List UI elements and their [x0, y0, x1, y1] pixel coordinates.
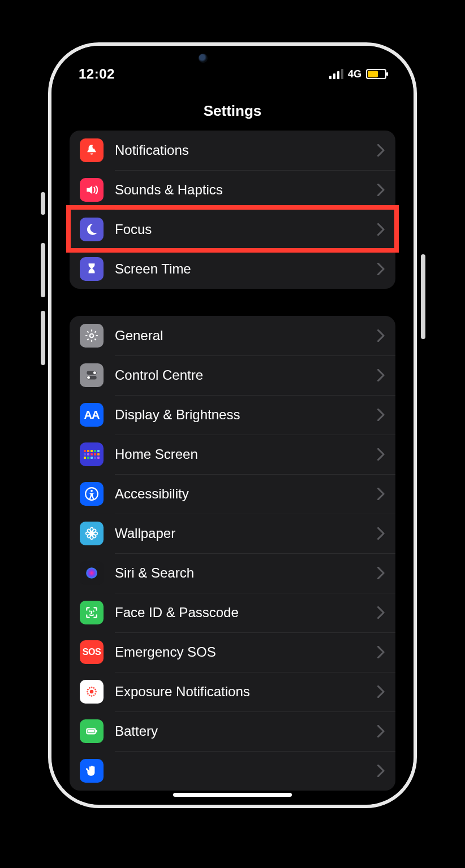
- hourglass-icon: [80, 257, 104, 281]
- accessibility-icon: [80, 482, 104, 506]
- gear-icon: [80, 324, 104, 348]
- settings-row-label: Accessibility: [115, 486, 366, 502]
- settings-group: NotificationsSounds & HapticsFocusScreen…: [70, 131, 395, 289]
- battery-icon: [366, 69, 386, 79]
- bell-icon: [80, 138, 104, 162]
- chevron-right-icon: [377, 263, 385, 275]
- settings-row-general[interactable]: General: [70, 316, 395, 355]
- settings-row-label: Siri & Search: [115, 565, 366, 581]
- front-camera: [199, 54, 208, 63]
- battery-icon: [80, 719, 104, 743]
- settings-row-label: General: [115, 328, 366, 344]
- svg-point-5: [87, 376, 90, 379]
- settings-row-screentime[interactable]: Screen Time: [70, 249, 395, 289]
- svg-point-14: [92, 528, 97, 533]
- sos-icon: SOS: [80, 640, 104, 664]
- notch: [159, 46, 306, 73]
- chevron-right-icon: [377, 606, 385, 619]
- settings-row-homescreen[interactable]: Home Screen: [70, 435, 395, 474]
- settings-row-focus[interactable]: Focus: [70, 210, 395, 249]
- chevron-right-icon: [377, 765, 385, 777]
- speaker-icon: [80, 178, 104, 202]
- volume-up-button: [41, 243, 45, 297]
- phone-frame: 12:02 4G Settings NotificationsSounds & …: [48, 42, 417, 808]
- svg-point-32: [94, 689, 96, 691]
- cellular-signal-icon: [329, 69, 343, 79]
- settings-row-label: Display & Brightness: [115, 407, 366, 423]
- page-title: Settings: [51, 102, 414, 120]
- svg-point-15: [87, 533, 92, 539]
- chevron-right-icon: [377, 527, 385, 540]
- settings-row-exposure[interactable]: Exposure Notifications: [70, 672, 395, 711]
- chevron-right-icon: [377, 329, 385, 342]
- chevron-right-icon: [377, 144, 385, 157]
- chevron-right-icon: [377, 567, 385, 579]
- settings-row-controlcentre[interactable]: Control Centre: [70, 355, 395, 395]
- svg-point-20: [90, 690, 94, 694]
- chevron-right-icon: [377, 448, 385, 461]
- svg-point-27: [87, 691, 88, 693]
- power-button: [421, 254, 425, 339]
- chevron-right-icon: [377, 409, 385, 421]
- svg-point-21: [95, 691, 97, 693]
- settings-row-label: Emergency SOS: [115, 644, 366, 660]
- settings-row-sounds[interactable]: Sounds & Haptics: [70, 170, 395, 210]
- settings-row-accessibility[interactable]: Accessibility: [70, 474, 395, 514]
- settings-row-display[interactable]: AADisplay & Brightness: [70, 395, 395, 435]
- settings-row-label: Screen Time: [115, 261, 366, 277]
- chevron-right-icon: [377, 488, 385, 500]
- svg-point-25: [89, 695, 91, 696]
- svg-point-24: [91, 695, 93, 697]
- flower-icon: [80, 522, 104, 545]
- exposure-icon: [80, 680, 104, 704]
- svg-point-26: [87, 693, 89, 695]
- settings-row-sos[interactable]: SOSEmergency SOS: [70, 632, 395, 672]
- svg-point-30: [91, 687, 93, 688]
- chevron-right-icon: [377, 725, 385, 737]
- settings-row-label: Battery: [115, 723, 366, 739]
- apps-grid-icon: [80, 442, 104, 466]
- svg-rect-34: [96, 730, 97, 732]
- settings-row-notifications[interactable]: Notifications: [70, 131, 395, 170]
- chevron-right-icon: [377, 223, 385, 236]
- volume-down-button: [41, 311, 45, 365]
- settings-row-siri[interactable]: Siri & Search: [70, 553, 395, 593]
- status-time: 12:02: [79, 66, 115, 82]
- chevron-right-icon: [377, 184, 385, 196]
- settings-row-label: Wallpaper: [115, 526, 366, 541]
- svg-point-18: [89, 611, 90, 611]
- svg-point-28: [87, 689, 89, 691]
- svg-point-16: [92, 533, 97, 539]
- hand-icon: [80, 759, 104, 783]
- settings-row-label: Sounds & Haptics: [115, 182, 366, 198]
- svg-point-13: [87, 528, 92, 533]
- svg-point-1: [90, 334, 94, 338]
- moon-icon: [80, 218, 104, 241]
- settings-row-privacy[interactable]: [70, 751, 395, 791]
- textsize-icon: AA: [80, 403, 104, 427]
- settings-row-battery[interactable]: Battery: [70, 711, 395, 751]
- switches-icon: [80, 363, 104, 387]
- faceid-icon: [80, 601, 104, 624]
- settings-row-label: Focus: [115, 222, 366, 237]
- settings-row-label: Control Centre: [115, 367, 366, 383]
- siri-icon: [80, 561, 104, 585]
- settings-row-label: Home Screen: [115, 446, 366, 462]
- svg-point-17: [86, 567, 97, 579]
- settings-row-label: Notifications: [115, 142, 366, 158]
- svg-point-22: [94, 693, 96, 695]
- settings-row-label: Face ID & Passcode: [115, 605, 366, 620]
- settings-row-faceid[interactable]: Face ID & Passcode: [70, 593, 395, 632]
- settings-content[interactable]: NotificationsSounds & HapticsFocusScreen…: [51, 131, 414, 805]
- svg-point-29: [89, 687, 91, 689]
- svg-point-0: [93, 145, 97, 149]
- svg-rect-35: [88, 730, 94, 732]
- svg-point-31: [93, 687, 94, 689]
- home-indicator[interactable]: [173, 793, 292, 797]
- svg-point-19: [93, 611, 94, 611]
- chevron-right-icon: [377, 369, 385, 381]
- settings-row-wallpaper[interactable]: Wallpaper: [70, 514, 395, 553]
- side-mute-switch: [41, 192, 45, 215]
- screen: 12:02 4G Settings NotificationsSounds & …: [51, 46, 414, 805]
- network-type: 4G: [348, 68, 361, 80]
